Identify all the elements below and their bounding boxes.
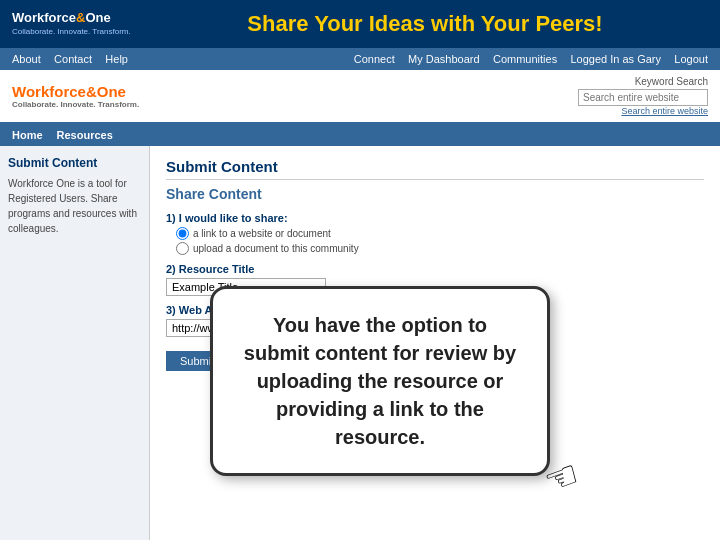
radio-link-label: a link to a website or document (176, 227, 704, 240)
banner-logo-text: Workforce&One (12, 10, 142, 27)
nav-contact[interactable]: Contact (54, 53, 92, 65)
radio-upload-label: upload a document to this community (176, 242, 704, 255)
search-link[interactable]: Search entire website (621, 106, 708, 116)
subnav-resources[interactable]: Resources (57, 129, 113, 141)
sidebar-body: Workforce One is a tool for Registered U… (8, 176, 141, 236)
nav-connect[interactable]: Connect (354, 53, 395, 65)
tooltip-text: You have the option to submit content fo… (244, 314, 516, 448)
nav-left: About Contact Help (12, 52, 138, 66)
secondary-logo-text: Workforce&One (12, 83, 126, 100)
nav-right: Connect My Dashboard Communities Logged … (344, 52, 708, 66)
top-banner: Workforce&One Collaborate. Innovate. Tra… (0, 0, 720, 48)
nav-communities[interactable]: Communities (493, 53, 557, 65)
keyword-search-input[interactable] (578, 89, 708, 106)
nav-dashboard[interactable]: My Dashboard (408, 53, 480, 65)
nav-logged-in[interactable]: Logged In as Gary (570, 53, 661, 65)
banner-title: Share Your Ideas with Your Peers! (142, 11, 708, 37)
secondary-logo: Workforce&One Collaborate. Innovate. Tra… (12, 83, 139, 109)
radio-upload[interactable] (176, 242, 189, 255)
banner-tagline: Collaborate. Innovate. Transform. (12, 27, 142, 37)
content-area: Submit Content Share Content 1) I would … (150, 146, 720, 540)
keyword-search-box: Keyword Search Search entire website (578, 76, 708, 116)
keyword-search-label: Keyword Search (635, 76, 708, 87)
top-nav: About Contact Help Connect My Dashboard … (0, 48, 720, 70)
secondary-logo-tagline: Collaborate. Innovate. Transform. (12, 100, 139, 109)
nav-help[interactable]: Help (105, 53, 128, 65)
main-layout: Submit Content Workforce One is a tool f… (0, 146, 720, 540)
nav-about[interactable]: About (12, 53, 41, 65)
content-heading: Submit Content (166, 158, 704, 180)
tooltip-overlay: You have the option to submit content fo… (210, 286, 550, 476)
share-title: Share Content (166, 186, 704, 202)
secondary-header: Workforce&One Collaborate. Innovate. Tra… (0, 70, 720, 124)
radio-link[interactable] (176, 227, 189, 240)
step2-label: 2) Resource Title (166, 263, 704, 275)
radio-group: a link to a website or document upload a… (176, 227, 704, 255)
subnav-home[interactable]: Home (12, 129, 43, 141)
step1-label: 1) I would like to share: (166, 212, 704, 224)
sidebar-heading: Submit Content (8, 156, 141, 170)
banner-logo: Workforce&One Collaborate. Innovate. Tra… (12, 10, 142, 37)
sidebar: Submit Content Workforce One is a tool f… (0, 146, 150, 540)
sub-nav: Home Resources (0, 124, 720, 146)
form-step1: 1) I would like to share: a link to a we… (166, 212, 704, 255)
nav-logout[interactable]: Logout (674, 53, 708, 65)
cursor-hand-icon: ☞ (539, 452, 586, 505)
